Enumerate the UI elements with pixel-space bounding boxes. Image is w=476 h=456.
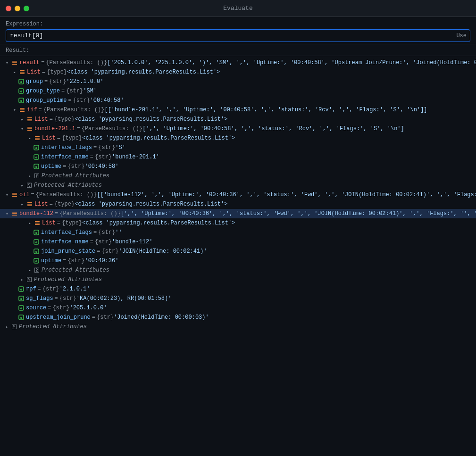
tree-row[interactable]: α rpf={str} '2.1.0.1' — [0, 284, 476, 294]
equals-sign: = — [41, 59, 44, 66]
equals-sign: = — [90, 239, 93, 245]
tree-row[interactable]: α join_prune_state={str} 'JOIN(HoldTime:… — [0, 247, 476, 256]
tree-row[interactable]: α upstream_join_prune={str} 'Joined(Hold… — [0, 313, 476, 322]
svg-rect-21 — [35, 136, 40, 137]
tree-row[interactable]: ▸⚿Protected Attributes — [0, 322, 476, 332]
equals-sign: = — [50, 116, 53, 123]
tree-row[interactable]: ▾ result={ParseResults: ()} ['205.1.0.0'… — [0, 58, 476, 67]
tree-row[interactable]: ▸⚿Protected Attributes — [0, 275, 476, 284]
type-prefix: {str} — [59, 295, 76, 302]
list-icon — [34, 135, 41, 141]
svg-rect-15 — [27, 117, 32, 118]
toggle-expand-icon[interactable]: ▾ — [11, 107, 18, 113]
tree-row[interactable]: ▾ iif={ParseResults: ()} [['bundle-201.1… — [0, 105, 476, 115]
value-text: '225.1.0.0' — [66, 78, 103, 85]
field-icon: α — [18, 97, 25, 104]
tree-row[interactable]: ▸⚿Protected Attributes — [0, 181, 476, 190]
type-prefix: {str} — [97, 314, 114, 321]
svg-rect-4 — [20, 72, 25, 73]
protected-attributes-label: Protected Attributes — [42, 173, 109, 179]
tree-row[interactable]: ▸ List={type} <class 'pyparsing.results.… — [0, 115, 476, 124]
tree-row[interactable]: ▸ List={type} <class 'pyparsing.results.… — [0, 199, 476, 209]
svg-rect-17 — [27, 121, 32, 122]
tree-row[interactable]: α group_type={str} 'SM' — [0, 86, 476, 96]
tree-row[interactable]: α interface_name={str} 'bundle-112' — [0, 237, 476, 247]
svg-rect-38 — [12, 215, 17, 216]
tree-row[interactable]: α sg_flags={str} 'KA(00:02:23), RR(00:01… — [0, 294, 476, 303]
titlebar: Evaluate — [0, 0, 476, 17]
tree-row[interactable]: α source={str} '205.1.0.0' — [0, 303, 476, 313]
equals-sign: = — [57, 135, 60, 141]
value-text: <class 'pyparsing.results.ParseResults.L… — [67, 69, 220, 75]
tree-row[interactable]: α interface_name={str} 'bundle-201.1' — [0, 152, 476, 162]
expression-input[interactable] — [6, 29, 470, 42]
toggle-collapse-icon[interactable]: ▸ — [11, 69, 18, 75]
key-name: interface_flags — [41, 144, 92, 151]
equals-sign: = — [31, 191, 34, 198]
type-prefix: {str} — [95, 239, 112, 245]
type-prefix: {type} — [54, 201, 75, 207]
equals-sign: = — [68, 97, 71, 104]
svg-text:α: α — [20, 297, 22, 301]
svg-text:α: α — [35, 259, 37, 263]
value-text: [['bundle-201.1', ',', 'Uptime:', '00:40… — [104, 107, 427, 113]
tree-row[interactable]: ▸ List={type} <class 'pyparsing.results.… — [0, 218, 476, 228]
toggle-collapse-icon[interactable]: ▸ — [26, 267, 33, 274]
toggle-collapse-icon[interactable]: ▸ — [19, 116, 25, 123]
equals-sign: = — [63, 257, 66, 264]
toggle-collapse-icon[interactable]: ▸ — [19, 182, 25, 189]
list-icon — [26, 201, 33, 207]
list-icon — [11, 210, 18, 217]
field-icon: α — [18, 295, 25, 302]
tree-row[interactable]: ▾ oil={ParseResults: ()} [['bundle-112',… — [0, 190, 476, 199]
tree-container[interactable]: ▾ result={ParseResults: ()} ['205.1.0.0'… — [0, 56, 476, 454]
key-name: result — [19, 59, 40, 66]
use-button[interactable]: Use — [456, 33, 467, 39]
equals-sign: = — [38, 286, 41, 292]
toggle-expand-icon[interactable]: ▾ — [19, 125, 25, 132]
list-icon — [11, 59, 18, 66]
minimize-button[interactable] — [15, 6, 20, 11]
tree-row[interactable]: α group_uptime={str} '00:40:58' — [0, 96, 476, 105]
tree-row[interactable]: ▾ bundle-112={ParseResults: ()} [',', 'U… — [0, 209, 476, 218]
tree-row[interactable]: ▸ List={type} <class 'pyparsing.results.… — [0, 133, 476, 143]
type-prefix: {str} — [98, 229, 115, 236]
toggle-collapse-icon[interactable]: ▸ — [19, 276, 25, 283]
tree-row[interactable]: α interface_flags={str} 'S' — [0, 143, 476, 152]
tree-row[interactable]: α interface_flags={str} '' — [0, 228, 476, 237]
tree-row[interactable]: ▸ List={type} <class 'pyparsing.results.… — [0, 67, 476, 77]
tree-row[interactable]: ▾ bundle-201.1={ParseResults: ()} [',', … — [0, 124, 476, 133]
toggle-collapse-icon[interactable]: ▸ — [4, 323, 10, 330]
type-prefix: {str} — [67, 163, 84, 170]
toggle-collapse-icon[interactable]: ▸ — [26, 173, 33, 179]
tree-row[interactable]: α uptime={str} '00:40:36' — [0, 256, 476, 265]
equals-sign: = — [76, 125, 80, 132]
tree-row[interactable]: ▸⚿Protected Attributes — [0, 171, 476, 181]
svg-rect-19 — [27, 128, 32, 129]
maximize-button[interactable] — [24, 6, 29, 11]
key-name: interface_name — [41, 154, 89, 160]
equals-sign: = — [90, 154, 93, 160]
toggle-collapse-icon[interactable]: ▸ — [19, 201, 25, 207]
list-icon — [26, 116, 33, 123]
equals-sign: = — [57, 220, 60, 226]
toggle-expand-icon[interactable]: ▾ — [4, 210, 10, 217]
svg-rect-2 — [12, 64, 17, 65]
toggle-expand-icon[interactable]: ▾ — [4, 191, 10, 198]
key-name: join_prune_state — [41, 248, 95, 255]
key-name: List — [42, 220, 56, 226]
tree-row[interactable]: ▸⚿Protected Attributes — [0, 265, 476, 275]
type-prefix: {type} — [47, 69, 67, 75]
toggle-expand-icon[interactable]: ▾ — [4, 59, 10, 66]
key-name: interface_flags — [41, 229, 92, 236]
window-title: Evaluate — [223, 5, 252, 12]
toggle-collapse-icon[interactable]: ▸ — [26, 135, 33, 141]
key-name: source — [26, 305, 46, 311]
svg-rect-35 — [27, 206, 32, 207]
close-button[interactable] — [6, 6, 11, 11]
toggle-collapse-icon[interactable]: ▸ — [26, 220, 33, 226]
tree-row[interactable]: α uptime={str} '00:40:58' — [0, 162, 476, 171]
tree-row[interactable]: α group={str} '225.1.0.0' — [0, 77, 476, 86]
value-text: <class 'pyparsing.results.ParseResults.L… — [82, 135, 235, 141]
value-text: '00:40:58' — [84, 163, 118, 170]
